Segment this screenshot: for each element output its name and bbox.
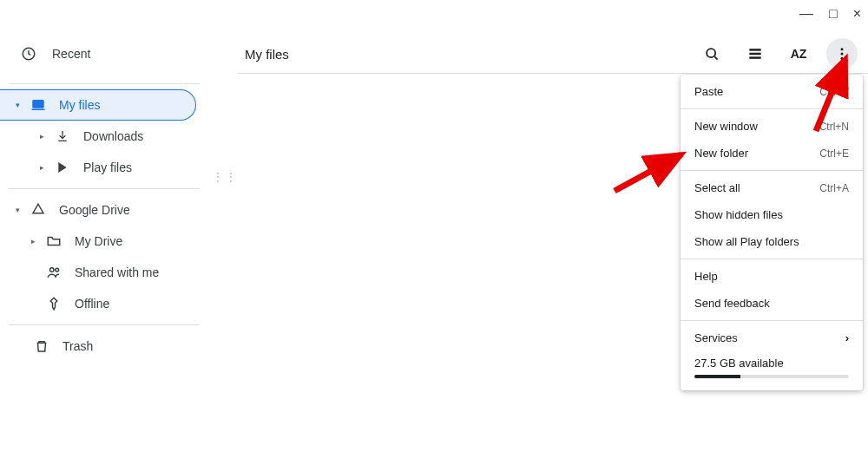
menu-item-shortcut: Ctrl+E <box>819 147 849 160</box>
chevron-right-icon: ▸ <box>36 132 47 141</box>
menu-item-label: Help <box>694 270 718 283</box>
drive-icon <box>30 202 47 218</box>
more-vertical-icon <box>834 46 850 62</box>
menu-item-shortcut: Ctrl+N <box>819 121 849 133</box>
chevron-right-icon: › <box>845 331 849 344</box>
sidebar-item-label: My files <box>59 98 100 112</box>
sidebar-item-google-drive[interactable]: ▾ Google Drive <box>0 194 217 226</box>
chevron-right-icon: ▸ <box>28 237 38 246</box>
sidebar-item-downloads[interactable]: ▸ Downloads <box>0 121 217 152</box>
divider <box>681 320 863 321</box>
divider <box>9 188 200 189</box>
pin-icon <box>45 296 62 311</box>
divider <box>238 73 868 74</box>
sidebar-item-my-files[interactable]: ▾ My files <box>0 89 196 121</box>
sidebar-item-label: Trash <box>62 339 93 353</box>
sidebar-item-offline[interactable]: Offline <box>0 288 217 319</box>
menu-item-paste[interactable]: Paste Ctrl+V <box>681 78 863 105</box>
clock-icon <box>21 46 36 62</box>
more-options-menu: Paste Ctrl+V New window Ctrl+N New folde… <box>681 75 863 390</box>
menu-item-show-play[interactable]: Show all Play folders <box>681 228 863 255</box>
svg-rect-8 <box>33 101 43 108</box>
menu-item-select-all[interactable]: Select all Ctrl+A <box>681 174 863 201</box>
sort-az-icon: AZ <box>791 47 807 61</box>
svg-rect-4 <box>749 56 760 59</box>
sidebar-item-label: Play files <box>83 160 132 174</box>
menu-item-show-hidden[interactable]: Show hidden files <box>681 201 863 228</box>
menu-item-services[interactable]: Services › <box>681 324 863 351</box>
menu-item-shortcut: Ctrl+V <box>819 86 849 98</box>
sidebar-item-play-files[interactable]: ▸ Play files <box>0 152 217 183</box>
svg-point-10 <box>56 268 59 272</box>
svg-point-9 <box>50 268 55 272</box>
divider <box>9 324 200 325</box>
divider <box>681 108 863 109</box>
menu-item-label: New folder <box>694 147 748 160</box>
sidebar-item-label: Shared with me <box>75 265 159 279</box>
close-button[interactable]: × <box>853 7 861 21</box>
sidebar-item-label: Google Drive <box>59 203 130 217</box>
chevron-down-icon: ▾ <box>12 101 23 109</box>
menu-item-shortcut: Ctrl+A <box>819 182 849 194</box>
download-icon <box>54 129 71 143</box>
svg-rect-2 <box>749 49 760 51</box>
menu-item-label: Show all Play folders <box>694 235 799 248</box>
menu-item-label: New window <box>694 120 758 133</box>
recent-label: Recent <box>52 47 90 61</box>
menu-item-label: Select all <box>694 181 740 194</box>
menu-item-feedback[interactable]: Send feedback <box>681 290 863 317</box>
divider <box>9 83 200 84</box>
sidebar-item-trash[interactable]: Trash <box>0 331 217 362</box>
svg-point-5 <box>841 48 844 50</box>
minimize-button[interactable]: — <box>799 7 813 21</box>
divider <box>681 259 863 259</box>
folder-icon <box>45 233 62 249</box>
storage-label: 27.5 GB available <box>694 357 784 370</box>
svg-rect-3 <box>749 53 760 56</box>
menu-item-new-folder[interactable]: New folder Ctrl+E <box>681 140 863 167</box>
storage-info: 27.5 GB available <box>681 351 863 387</box>
view-toggle-button[interactable] <box>740 38 771 69</box>
search-icon <box>703 45 720 62</box>
menu-item-label: Services <box>694 331 738 344</box>
svg-point-1 <box>707 49 715 57</box>
drag-handle-icon[interactable]: ⋮⋮ <box>212 170 238 184</box>
more-options-button[interactable] <box>826 38 858 69</box>
sidebar-item-label: Downloads <box>83 129 143 143</box>
chevron-down-icon: ▾ <box>12 206 23 214</box>
storage-bar <box>694 375 849 378</box>
trash-icon <box>33 338 50 354</box>
sidebar-item-label: Offline <box>75 297 109 311</box>
page-title: My files <box>245 47 289 62</box>
laptop-icon <box>30 97 47 113</box>
menu-item-label: Paste <box>694 85 723 98</box>
list-view-icon <box>746 45 764 62</box>
maximize-button[interactable]: □ <box>829 7 838 21</box>
sidebar-item-my-drive[interactable]: ▸ My Drive <box>0 226 217 257</box>
svg-point-7 <box>841 57 844 60</box>
storage-fill <box>694 375 740 378</box>
menu-item-label: Send feedback <box>694 297 770 310</box>
menu-item-label: Show hidden files <box>694 208 783 221</box>
sidebar-item-shared[interactable]: Shared with me <box>0 257 217 288</box>
divider <box>681 170 863 171</box>
chevron-right-icon: ▸ <box>36 163 47 172</box>
recent-nav[interactable]: Recent <box>21 46 90 62</box>
sidebar-item-label: My Drive <box>75 234 122 248</box>
menu-item-new-window[interactable]: New window Ctrl+N <box>681 113 863 140</box>
svg-point-6 <box>841 53 844 56</box>
play-icon <box>54 160 71 174</box>
menu-item-help[interactable]: Help <box>681 263 863 290</box>
people-icon <box>45 265 62 280</box>
svg-line-11 <box>615 154 681 191</box>
sort-button[interactable]: AZ <box>783 38 814 69</box>
search-button[interactable] <box>696 38 727 69</box>
sidebar: ▾ My files ▸ Downloads ▸ Play files ▾ Go… <box>0 78 217 362</box>
